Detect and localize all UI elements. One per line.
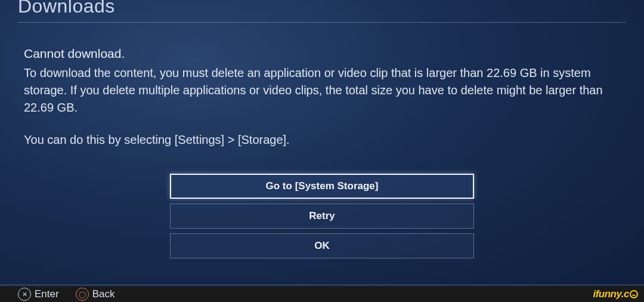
button-group: Go to [System Storage] Retry OK	[18, 174, 626, 258]
retry-button[interactable]: Retry	[170, 204, 474, 229]
page-title: Downloads	[18, 0, 626, 22]
back-label: Back	[92, 288, 115, 300]
header-divider	[18, 22, 626, 23]
enter-hint: ✕ Enter	[18, 288, 59, 301]
error-body: To download the content, you must delete…	[24, 64, 614, 116]
footer-controls: ✕ Enter ◯ Back	[18, 288, 114, 301]
error-hint: You can do this by selecting [Settings] …	[24, 133, 614, 147]
goto-system-storage-button[interactable]: Go to [System Storage]	[170, 174, 474, 199]
smile-icon	[630, 290, 638, 298]
back-hint: ◯ Back	[76, 288, 115, 301]
enter-label: Enter	[35, 288, 59, 300]
error-title: Cannot download.	[24, 47, 614, 61]
watermark-text: ifunny.c	[593, 288, 629, 300]
ok-button[interactable]: OK	[170, 233, 474, 258]
cross-icon: ✕	[18, 288, 31, 301]
circle-icon: ◯	[76, 288, 89, 301]
error-message: Cannot download. To download the content…	[18, 47, 614, 147]
footer-divider	[0, 285, 644, 285]
watermark: ifunny.c	[580, 286, 644, 302]
